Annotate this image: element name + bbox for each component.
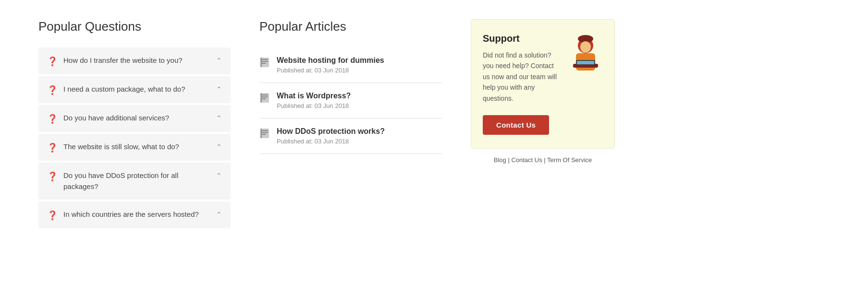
svg-rect-6	[261, 94, 268, 95]
chevron-down-icon: ⌃	[216, 172, 222, 179]
article-icon	[259, 128, 270, 141]
faq-item[interactable]: ❓ The website is still slow, what to do?…	[38, 134, 231, 161]
article-title: Website hosting for dummies	[277, 56, 384, 65]
question-mark-icon: ❓	[47, 56, 58, 67]
faq-text: Do you have DDoS protection for all pack…	[63, 170, 210, 192]
question-mark-icon: ❓	[47, 142, 58, 153]
svg-rect-1	[261, 59, 268, 60]
support-card: Support Did not find a solution? you nee…	[471, 19, 615, 149]
article-item[interactable]: What is Wordpress? Published at: 03 Jun …	[259, 83, 442, 118]
contact-us-link[interactable]: Contact Us	[511, 156, 542, 164]
article-icon	[259, 57, 270, 70]
faq-item[interactable]: ❓ I need a custom package, what to do? ⌃	[38, 76, 231, 103]
svg-rect-3	[261, 63, 266, 64]
question-mark-icon: ❓	[47, 85, 58, 95]
faq-list: ❓ How do I transfer the website to you? …	[38, 47, 231, 228]
article-date: Published at: 03 Jun 2018	[277, 138, 385, 145]
svg-rect-12	[261, 132, 268, 133]
article-content: What is Wordpress? Published at: 03 Jun …	[277, 92, 351, 109]
faq-text: In which countries are the servers hoste…	[63, 209, 210, 220]
article-date: Published at: 03 Jun 2018	[277, 102, 351, 109]
chevron-down-icon: ⌃	[216, 57, 222, 64]
term-of-service-link[interactable]: Term Of Service	[547, 156, 592, 164]
chevron-down-icon: ⌃	[216, 143, 222, 151]
faq-item[interactable]: ❓ Do you have additional services? ⌃	[38, 105, 231, 132]
popular-articles-title: Popular Articles	[259, 19, 442, 34]
faq-item[interactable]: ❓ Do you have DDoS protection for all pa…	[38, 163, 231, 200]
faq-item[interactable]: ❓ In which countries are the servers hos…	[38, 201, 231, 228]
question-mark-icon: ❓	[47, 210, 58, 221]
faq-text: I need a custom package, what to do?	[63, 84, 210, 95]
article-icon	[259, 93, 270, 106]
article-date: Published at: 03 Jun 2018	[277, 67, 384, 74]
article-item[interactable]: Website hosting for dummies Published at…	[259, 47, 442, 83]
support-title: Support	[483, 33, 562, 44]
svg-rect-13	[261, 134, 266, 135]
article-content: How DDoS protection works? Published at:…	[277, 127, 385, 145]
support-avatar-icon	[568, 31, 603, 74]
svg-rect-14	[260, 129, 262, 138]
article-title: What is Wordpress?	[277, 92, 351, 100]
article-content: Website hosting for dummies Published at…	[277, 56, 384, 74]
svg-rect-2	[261, 61, 268, 62]
blog-link[interactable]: Blog	[494, 156, 506, 164]
chevron-down-icon: ⌃	[216, 211, 222, 218]
support-sidebar: Support Did not find a solution? you nee…	[471, 19, 615, 276]
chevron-down-icon: ⌃	[216, 114, 222, 122]
svg-rect-9	[260, 93, 262, 103]
support-description: Did not find a solution? you need help? …	[483, 50, 562, 104]
article-item[interactable]: How DDoS protection works? Published at:…	[259, 118, 442, 154]
popular-questions-section: Popular Questions ❓ How do I transfer th…	[38, 19, 231, 276]
contact-us-button[interactable]: Contact Us	[483, 115, 549, 135]
svg-rect-8	[261, 98, 266, 99]
svg-rect-21	[577, 61, 594, 64]
article-title: How DDoS protection works?	[277, 127, 385, 136]
svg-point-18	[580, 41, 591, 53]
question-mark-icon: ❓	[47, 114, 58, 124]
faq-text: How do I transfer the website to you?	[63, 55, 210, 66]
question-mark-icon: ❓	[47, 171, 58, 182]
svg-rect-4	[260, 58, 262, 67]
svg-rect-7	[261, 96, 268, 97]
faq-text: Do you have additional services?	[63, 113, 210, 124]
faq-text: The website is still slow, what to do?	[63, 142, 210, 153]
footer-links: Blog | Contact Us | Term Of Service	[494, 156, 592, 164]
svg-rect-11	[261, 130, 268, 131]
popular-questions-title: Popular Questions	[38, 19, 231, 34]
popular-articles-section: Popular Articles Website hosting for dum…	[259, 19, 442, 276]
chevron-down-icon: ⌃	[216, 85, 222, 93]
faq-item[interactable]: ❓ How do I transfer the website to you? …	[38, 47, 231, 74]
articles-list: Website hosting for dummies Published at…	[259, 47, 442, 154]
